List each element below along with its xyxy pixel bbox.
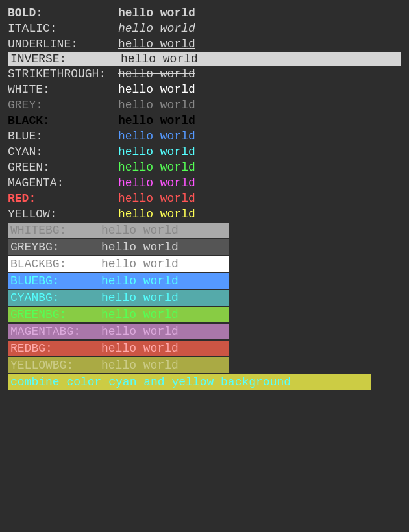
value-grey: hello world [118,99,195,112]
value-redbg: hello world [101,342,179,355]
value-bluebg: hello world [101,274,179,287]
row-blackbg: BLACKBG: hello world [8,256,401,272]
combine-row: combine color cyan and yellow background [8,374,401,391]
row-bold: BOLD: hello world [8,5,401,21]
value-strikethrough: hello world [118,67,195,80]
label-bold: BOLD: [8,6,118,19]
value-greenbg: hello world [101,308,179,321]
label-italic: ITALIC: [8,22,118,35]
row-inverse: INVERSE: hello world [8,52,401,66]
value-whitebg: hello world [101,224,179,237]
bg-text-yellowbg: YELLOWBG: hello world [8,357,229,373]
label-black: BLACK: [8,114,118,127]
value-magenta: hello world [118,176,195,189]
value-white: hello world [118,83,195,96]
label-blue: BLUE: [8,130,118,143]
bg-text-cyanbg: CYANBG: hello world [8,290,229,306]
bg-text-blackbg: BLACKBG: hello world [8,256,229,272]
label-whitebg: WHITEBG: [10,224,101,237]
label-strikethrough: STRIKETHROUGH: [8,67,118,80]
row-redbg: REDBG: hello world [8,340,401,357]
value-red: hello world [118,192,195,205]
row-whitebg: WHITEBG: hello world [8,222,401,239]
row-cyan: CYAN: hello world [8,144,401,160]
row-red: RED: hello world [8,191,401,206]
label-magentabg: MAGENTABG: [10,325,101,338]
value-green: hello world [118,161,195,174]
bg-text-bluebg: BLUEBG: hello world [8,273,229,289]
row-black: BLACK: hello world [8,113,401,128]
row-underline: UNDERLINE: hello world [8,36,401,52]
bg-text-redbg: REDBG: hello world [8,341,229,356]
label-greybg: GREYBG: [10,241,101,254]
value-cyanbg: hello world [101,291,179,304]
label-grey: GREY: [8,99,118,112]
row-strikethrough: STRIKETHROUGH: hello world [8,66,401,82]
row-blue: BLUE: hello world [8,128,401,144]
value-blackbg: hello world [101,258,179,271]
bg-text-magentabg: MAGENTABG: hello world [8,324,229,339]
row-italic: ITALIC: hello world [8,21,401,36]
bg-text-whitebg: WHITEBG: hello world [8,223,229,238]
label-magenta: MAGENTA: [8,176,118,189]
row-greybg: GREYBG: hello world [8,239,401,256]
value-blue: hello world [118,130,195,143]
row-magentabg: MAGENTABG: hello world [8,323,401,340]
row-green: GREEN: hello world [8,160,401,175]
row-bluebg: BLUEBG: hello world [8,272,401,289]
row-magenta: MAGENTA: hello world [8,175,401,191]
terminal-output: BOLD: hello worldITALIC: hello worldUNDE… [8,5,401,391]
label-cyanbg: CYANBG: [10,291,101,304]
row-yellowbg: YELLOWBG: hello world [8,357,401,374]
value-bold: hello world [118,6,195,19]
value-italic: hello world [118,22,195,35]
row-grey: GREY: hello world [8,97,401,113]
row-white: WHITE: hello world [8,82,401,97]
value-yellow: hello world [118,208,195,221]
label-yellowbg: YELLOWBG: [10,359,101,372]
value-underline: hello world [118,38,195,51]
value-magentabg: hello world [101,325,179,338]
row-yellow: YELLOW: hello world [8,206,401,222]
label-redbg: REDBG: [10,342,101,355]
label-greenbg: GREENBG: [10,308,101,321]
value-greybg: hello world [101,241,179,254]
value-black: hello world [118,114,195,127]
label-blackbg: BLACKBG: [10,258,101,271]
row-greenbg: GREENBG: hello world [8,306,401,323]
label-white: WHITE: [8,83,118,96]
value-inverse: hello world [121,53,198,66]
label-green: GREEN: [8,161,118,174]
bg-text-greybg: GREYBG: hello world [8,239,229,255]
value-yellowbg: hello world [101,359,179,372]
label-cyan: CYAN: [8,145,118,158]
label-bluebg: BLUEBG: [10,274,101,287]
row-cyanbg: CYANBG: hello world [8,289,401,306]
bg-text-greenbg: GREENBG: hello world [8,307,229,322]
label-inverse: INVERSE: [10,53,121,66]
label-underline: UNDERLINE: [8,38,118,51]
label-red: RED: [8,192,118,205]
label-yellow: YELLOW: [8,208,118,221]
value-cyan: hello world [118,145,195,158]
combine-text: combine color cyan and yellow background [8,374,371,390]
